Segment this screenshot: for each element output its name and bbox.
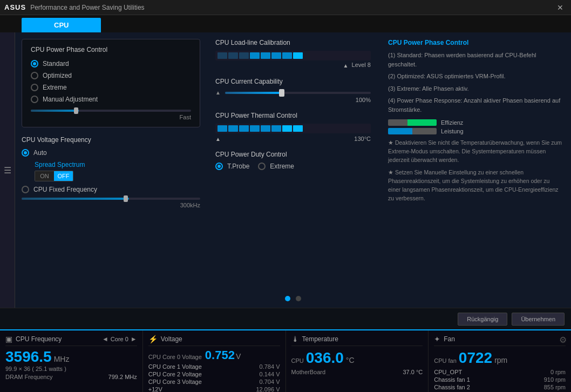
titlebar: ASUS Performance and Power Saving Utilit… (0, 0, 571, 15)
thermal-bar (215, 124, 371, 133)
cpu-freq-title: CPU Frequency (16, 335, 62, 343)
toggle-on-button[interactable]: ON (35, 171, 54, 181)
v3-value: 0.704 V (260, 379, 280, 385)
info-title: CPU Power Phase Control (388, 39, 562, 46)
thermal-value: 130°C (354, 136, 371, 142)
phase-slider-thumb[interactable] (74, 107, 78, 114)
bar-seg-3 (239, 52, 249, 59)
v4-value: 12.096 V (256, 386, 280, 392)
performance-label: Leistung (441, 128, 464, 134)
spread-spectrum-section: Spread Spectrum ON OFF (35, 161, 200, 181)
sidebar-toggle[interactable]: ☰ (0, 32, 15, 308)
core-label: Core 0 (111, 336, 128, 342)
radio-extreme-circle (31, 84, 38, 91)
action-bar: Rückgängig Übernehmen (0, 308, 571, 329)
menu-icon: ☰ (4, 165, 11, 175)
load-line-title: CPU Load-line Calibration (215, 39, 371, 46)
radio-tprobe-label: T.Probe (227, 163, 249, 170)
tabbar: CPU (0, 15, 571, 32)
load-line-bar (215, 51, 371, 60)
t-seg-2 (228, 125, 238, 132)
radio-standard[interactable]: Standard (31, 60, 191, 67)
cpu-freq-icon: ▣ (5, 335, 12, 343)
t-seg-6 (271, 125, 281, 132)
freq-slider-track[interactable] (22, 198, 200, 200)
load-line-section: CPU Load-line Calibration ▲ Level 8 (215, 39, 371, 69)
fan-rows: CPU_OPT 0 rpm Chassis fan 1 910 rpm Chas… (434, 369, 566, 392)
voltage-section: ⚡ Voltage CPU Core 0 Voltage 0.752 V CPU… (143, 330, 286, 392)
fan-row-2: Chassis fan 1 910 rpm (434, 376, 566, 383)
current-slider-fill (225, 92, 283, 94)
freq-slider-label: 300kHz (22, 202, 200, 208)
legend-section: Effizienz Leistung (388, 119, 562, 134)
radio-tprobe[interactable]: T.Probe (215, 163, 249, 170)
tab-cpu[interactable]: CPU (22, 18, 101, 32)
freq-slider-thumb[interactable] (124, 195, 128, 202)
fan-header: ✦ Fan (434, 335, 566, 346)
close-button[interactable]: ✕ (554, 2, 567, 13)
t-seg-7 (282, 125, 292, 132)
radio-extreme[interactable]: Extreme (31, 84, 191, 91)
undo-button[interactable]: Rückgängig (458, 313, 507, 326)
v-row-3: CPU Core 3 Voltage 0.704 V (148, 379, 280, 385)
phase-control-box: CPU Power Phase Control Standard Optimiz… (22, 39, 200, 127)
radio-auto[interactable]: Auto (22, 149, 200, 157)
radio-duty-extreme[interactable]: Extreme (258, 163, 294, 170)
info-item-1: (1) Standard: Phasen werden basierend au… (388, 51, 562, 69)
load-line-segments (215, 51, 371, 60)
v3-label: CPU Core 3 Voltage (148, 379, 202, 385)
radio-standard-label: Standard (43, 60, 69, 67)
prev-core-button[interactable]: ◄ (102, 335, 108, 343)
core0v-label: CPU Core 0 Voltage (148, 354, 202, 360)
mb-label: MotherBoard (291, 369, 326, 375)
radio-fixed-label: CPU Fixed Frequency (33, 186, 97, 193)
v2-label: CPU Core 2 Voltage (148, 371, 202, 377)
thermal-arrow: ▲ (215, 136, 221, 142)
toggle-off-button[interactable]: OFF (54, 171, 73, 181)
spread-spectrum-label: Spread Spectrum (35, 161, 200, 168)
main-area: ☰ CPU Power Phase Control Standard Optim… (0, 32, 571, 308)
vf-title: CPU Voltage Frequency (22, 136, 200, 144)
dot-1[interactable] (285, 296, 290, 301)
next-core-button[interactable]: ► (131, 335, 137, 343)
radio-extreme-label: Extreme (43, 84, 67, 91)
radio-manual-circle (31, 96, 38, 103)
bar-seg-8 (293, 52, 303, 59)
radio-optimized[interactable]: Optimized (31, 72, 191, 79)
apply-button[interactable]: Übernehmen (512, 313, 565, 326)
chassis2-label: Chassis fan 2 (434, 384, 470, 390)
gear-icon[interactable]: ⚙ (559, 335, 567, 345)
cpu-opt-value: 0 rpm (550, 369, 566, 375)
cpu-freq-header: ▣ CPU Frequency ◄ Core 0 ► (5, 335, 137, 346)
phase-slider-fill (31, 110, 79, 112)
performance-bar (388, 128, 437, 134)
dram-value: 799.2 MHz (108, 374, 137, 380)
right-panel: CPU Power Phase Control (1) Standard: Ph… (379, 32, 571, 308)
radio-manual[interactable]: Manual Adjustment (31, 96, 191, 103)
radio-optimized-label: Optimized (43, 72, 72, 79)
asus-logo: ASUS (4, 3, 26, 11)
freq-slider: 300kHz (22, 198, 200, 208)
t-seg-3 (239, 125, 249, 132)
current-slider-thumb[interactable] (279, 89, 284, 97)
temp-icon: 🌡 (291, 335, 299, 343)
dot-2[interactable] (296, 296, 301, 301)
thermal-title: CPU Power Thermal Control (215, 112, 371, 119)
radio-duty-extreme-label: Extreme (270, 163, 294, 170)
current-capability-title: CPU Current Capability (215, 78, 371, 85)
bar-seg-2 (228, 52, 238, 59)
page-dots (215, 296, 371, 301)
radio-fixed-freq[interactable]: CPU Fixed Frequency (22, 186, 200, 193)
duty-title: CPU Power Duty Control (215, 151, 371, 158)
dram-freq-row: DRAM Frequency 799.2 MHz (5, 374, 137, 380)
mb-temp-row: MotherBoard 37.0 °C (291, 369, 423, 375)
window-title: Performance and Power Saving Utilities (30, 4, 144, 11)
load-line-arrow: ▲ (343, 63, 349, 69)
load-line-value: Level 8 (352, 62, 371, 68)
current-slider-row: ▲ (215, 90, 371, 96)
current-slider-track[interactable] (225, 92, 371, 94)
left-panel: CPU Power Phase Control Standard Optimiz… (15, 32, 207, 308)
mb-value: 37.0 °C (403, 369, 423, 375)
cpu-freq-sub: 99.9 × 36 ( 25.1 watts ) (5, 366, 137, 372)
phase-slider-track[interactable] (31, 110, 191, 112)
